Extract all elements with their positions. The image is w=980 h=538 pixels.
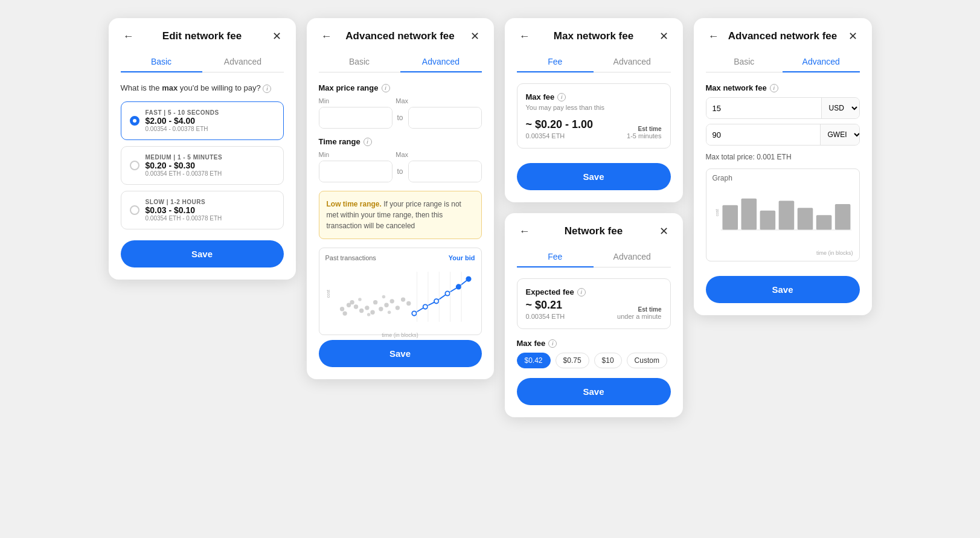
tab-advanced-p2[interactable]: Advanced: [400, 52, 482, 72]
svg-point-7: [365, 306, 369, 310]
tab-advanced-p3[interactable]: Advanced: [594, 52, 671, 72]
max-fee-label: Max fee: [526, 92, 555, 101]
est-time-label-p3: Est time: [627, 126, 661, 132]
panel5-back-button[interactable]: ←: [706, 28, 722, 45]
tab-fee-p4[interactable]: Fee: [517, 247, 594, 267]
max-fee-sub: You may pay less than this: [526, 104, 662, 111]
fee-option-medium[interactable]: MEDIUM | 1 - 5 MINUTES $0.20 - $0.30 0.0…: [121, 146, 284, 185]
svg-rect-32: [722, 205, 738, 230]
gwei-input[interactable]: [706, 124, 820, 145]
warning-box: Low time range. If your price range is n…: [319, 191, 482, 239]
panel3-title: Max network fee: [554, 30, 633, 42]
fast-price: $2.00 - $4.00: [146, 116, 219, 126]
svg-point-5: [359, 309, 363, 313]
time-range-label: Time range i: [319, 137, 482, 146]
right-col-stack: ← Max network fee ✕ Fee Advanced Max fee…: [505, 18, 683, 417]
max-price-info-icon: i: [382, 84, 390, 92]
fee-option-slow[interactable]: SLOW | 1-2 HOURS $0.03 - $0.10 0.00354 E…: [121, 191, 284, 229]
svg-text:cost: cost: [715, 209, 719, 216]
tab-basic-p2[interactable]: Basic: [319, 52, 400, 72]
panel4-network-fee: ← Network fee ✕ Fee Advanced Expected fe…: [505, 213, 683, 417]
chip-0-75[interactable]: $0.75: [556, 353, 589, 368]
radio-slow: [130, 205, 139, 215]
panel3-close-button[interactable]: ✕: [657, 27, 671, 45]
panel1-save-button[interactable]: Save: [121, 240, 284, 267]
max-fee-box: Max fee i You may pay less than this ~ $…: [517, 83, 671, 149]
max-fee-info-icon-p4: i: [548, 339, 557, 348]
panel1-back-button[interactable]: ←: [121, 28, 136, 45]
svg-point-4: [353, 304, 357, 309]
panel3-save-button[interactable]: Save: [517, 163, 671, 190]
usd-input-row[interactable]: USD: [706, 97, 860, 119]
slow-price: $0.03 - $0.10: [146, 205, 222, 215]
fee-option-fast[interactable]: FAST | 5 - 10 SECONDS $2.00 - $4.00 0.00…: [121, 101, 284, 140]
gwei-input-row[interactable]: GWEI: [706, 124, 860, 146]
chip-custom[interactable]: Custom: [627, 353, 667, 368]
panel4-save-button[interactable]: Save: [517, 378, 671, 405]
usd-select[interactable]: USD: [821, 98, 859, 118]
panel5-save-button[interactable]: Save: [706, 276, 860, 303]
max-network-fee-label-p5: Max network fee i: [706, 83, 860, 92]
fast-eth: 0.00354 - 0.00378 ETH: [146, 126, 219, 132]
tab-advanced-p1[interactable]: Advanced: [202, 52, 284, 72]
panel2-back-button[interactable]: ←: [319, 28, 335, 45]
max-fee-info-icon: i: [557, 93, 566, 101]
svg-point-20: [412, 311, 416, 315]
svg-point-12: [389, 299, 394, 303]
svg-rect-36: [797, 208, 813, 230]
panel4-title: Network fee: [565, 225, 623, 237]
radio-fast: [130, 116, 139, 126]
panel2-save-button[interactable]: Save: [319, 340, 482, 367]
svg-rect-33: [741, 199, 757, 230]
radio-medium: [130, 161, 139, 170]
tab-advanced-p4[interactable]: Advanced: [594, 247, 671, 267]
expected-fee-eth: 0.00354 ETH: [526, 313, 565, 320]
svg-point-18: [382, 295, 385, 299]
chip-10[interactable]: $10: [594, 353, 622, 368]
panel5-close-button[interactable]: ✕: [846, 27, 860, 45]
usd-input[interactable]: [706, 98, 821, 118]
max-label: Max: [396, 97, 408, 104]
gwei-select[interactable]: GWEI: [820, 124, 860, 145]
panel4-close-button[interactable]: ✕: [657, 222, 671, 240]
panel1-title: Edit network fee: [162, 30, 242, 42]
max-price-input[interactable]: [409, 107, 482, 128]
panel5-title: Advanced network fee: [728, 30, 837, 42]
svg-point-13: [395, 306, 399, 310]
fee-question: What is the max you'd be willing to pay?…: [121, 83, 284, 93]
max-time-input[interactable]: [409, 161, 482, 182]
tab-fee-p3[interactable]: Fee: [517, 52, 594, 72]
max-time-input-group[interactable]: minutes: [408, 161, 482, 182]
svg-point-25: [466, 277, 470, 281]
tab-basic-p5[interactable]: Basic: [706, 52, 783, 72]
chip-0-42[interactable]: $0.42: [517, 353, 551, 368]
panel1-edit-network-fee: ← Edit network fee ✕ Basic Advanced What…: [109, 18, 296, 280]
tab-basic-p1[interactable]: Basic: [121, 52, 202, 72]
svg-point-17: [367, 313, 370, 316]
panel1-close-button[interactable]: ✕: [270, 27, 284, 45]
tab-advanced-p5[interactable]: Advanced: [783, 52, 860, 72]
svg-point-14: [400, 297, 405, 301]
panel2-title: Advanced network fee: [345, 30, 454, 42]
min-time-input-group[interactable]: minutes: [319, 161, 392, 182]
panel3-header: ← Max network fee ✕: [517, 30, 671, 42]
total-price: Max total price: 0.001 ETH: [706, 153, 860, 161]
min-price-input[interactable]: [319, 107, 392, 128]
max-price-range-label: Max price range i: [319, 83, 482, 92]
fast-label: FAST | 5 - 10 SECONDS: [146, 109, 219, 116]
panel4-tabs: Fee Advanced: [517, 247, 671, 267]
min-price-input-group[interactable]: ETH: [319, 107, 392, 129]
panel3-back-button[interactable]: ←: [517, 28, 533, 45]
panel4-back-button[interactable]: ←: [517, 223, 533, 240]
panel4-header: ← Network fee ✕: [517, 225, 671, 237]
min-time-input[interactable]: [319, 161, 392, 182]
question-info-icon: i: [263, 85, 271, 93]
min-label: Min: [319, 97, 330, 104]
svg-point-8: [370, 310, 374, 315]
max-price-input-group[interactable]: ETH: [408, 107, 482, 129]
max-fee-eth: 0.00354 ETH: [526, 132, 594, 139]
panel2-close-button[interactable]: ✕: [468, 27, 482, 45]
svg-point-15: [406, 301, 411, 306]
expected-fee-amount: ~ $0.21: [526, 299, 565, 312]
max-fee-chips: $0.42 $0.75 $10 Custom: [517, 353, 671, 368]
